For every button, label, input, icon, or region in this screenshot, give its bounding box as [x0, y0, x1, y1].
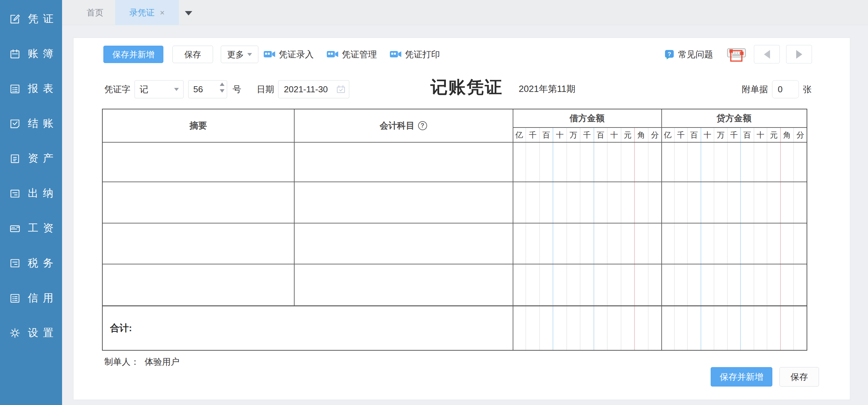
cashier-doc-icon: [9, 188, 21, 199]
date-label: 日期: [257, 84, 274, 95]
digit-header: 元: [767, 128, 780, 142]
voucher-header-form: 凭证字 记 号 日期: [104, 80, 349, 98]
voucher-manage-tutorial-link[interactable]: 凭证管理: [327, 49, 377, 60]
attachment-form: 附单据 张: [742, 80, 812, 98]
sidebar-item-label: 税务: [28, 256, 58, 270]
summary-cell[interactable]: [103, 143, 294, 182]
summary-cell[interactable]: [103, 264, 294, 305]
voucher-number-unit: 号: [232, 84, 241, 95]
sidebar-item-label: 工资: [28, 221, 58, 235]
entry-row-3: [103, 223, 807, 264]
debit-cell[interactable]: [513, 182, 661, 223]
digit-header: 百: [540, 128, 553, 142]
help-icon[interactable]: ?: [418, 121, 427, 130]
sidebar-item-tax[interactable]: 税务: [0, 246, 62, 281]
attachment-count-input[interactable]: [772, 80, 799, 98]
payroll-card-icon: [9, 223, 21, 234]
sidebar-item-settings[interactable]: 设置: [0, 315, 62, 350]
save-button[interactable]: 保存: [173, 45, 213, 63]
debit-cell[interactable]: [513, 264, 661, 305]
step-down-icon[interactable]: [220, 89, 224, 93]
tutorial-links: 凭证录入 凭证管理 凭证打印: [264, 45, 440, 63]
tab-home[interactable]: 首页: [78, 0, 112, 25]
summary-cell[interactable]: [103, 223, 294, 264]
debit-cell[interactable]: [513, 223, 661, 264]
voucher-word-select[interactable]: 记: [134, 80, 184, 98]
preparer-value: 体验用户: [145, 357, 180, 367]
sidebar-item-ledger[interactable]: 账簿: [0, 36, 62, 71]
digit-header: 亿: [661, 128, 674, 142]
sidebar-item-voucher[interactable]: 凭证: [0, 1, 62, 36]
sidebar-item-report[interactable]: 报表: [0, 71, 62, 106]
digit-header: 十: [608, 128, 620, 142]
voucher-print-tutorial-link[interactable]: 凭证打印: [390, 49, 440, 60]
account-cell[interactable]: [294, 223, 513, 264]
credit-group-header: 贷方金额: [661, 110, 807, 127]
asset-doc-icon: [9, 153, 21, 164]
previous-voucher-button[interactable]: [754, 45, 780, 63]
link-label: 凭证打印: [405, 49, 440, 60]
sidebar-item-payroll[interactable]: 工资: [0, 211, 62, 246]
faq-link[interactable]: ? 常见问题: [664, 45, 713, 63]
sidebar-item-label: 资产: [28, 151, 58, 165]
video-camera-icon: [264, 50, 276, 59]
more-button[interactable]: 更多: [221, 45, 258, 63]
chevron-down-icon: [247, 53, 252, 56]
digit-header: 万: [714, 128, 727, 142]
digit-header: 十: [553, 128, 566, 142]
report-list-icon: [9, 83, 21, 94]
save-and-new-button[interactable]: 保存并新增: [103, 45, 163, 63]
app-window: 凭证 账簿 报表 结账 资产 出纳 工资 税务: [0, 0, 868, 405]
credit-cell[interactable]: [661, 264, 807, 305]
digit-header: 百: [688, 128, 701, 142]
voucher-edit-icon: [9, 13, 21, 25]
digit-header: 角: [781, 128, 794, 142]
keyboard-shortcuts-icon[interactable]: [726, 45, 747, 63]
attachment-unit: 张: [803, 84, 812, 95]
row-divider: [103, 264, 807, 264]
voucher-word-label: 凭证字: [104, 84, 130, 95]
next-voucher-button[interactable]: [786, 45, 812, 63]
save-and-new-button-bottom[interactable]: 保存并新增: [711, 367, 772, 386]
column-divider: [513, 110, 513, 350]
summary-cell[interactable]: [103, 182, 294, 223]
save-button-bottom[interactable]: 保存: [779, 367, 819, 386]
number-stepper[interactable]: [220, 83, 224, 93]
tab-voucher-entry[interactable]: 录凭证 ×: [115, 0, 179, 25]
sidebar-item-cashier[interactable]: 出纳: [0, 176, 62, 211]
row-divider: [103, 142, 807, 143]
attachment-label: 附单据: [742, 84, 768, 95]
row-divider: [103, 182, 807, 182]
more-label: 更多: [227, 49, 244, 60]
credit-cell[interactable]: [661, 143, 807, 182]
voucher-period: 2021年第11期: [519, 83, 576, 95]
tab-list-chevron-down-icon[interactable]: [185, 11, 192, 15]
ledger-icon: [9, 48, 21, 59]
digit-header: 千: [581, 128, 593, 142]
debit-cell[interactable]: [513, 143, 661, 182]
row-divider: [513, 127, 807, 128]
sidebar-item-asset[interactable]: 资产: [0, 141, 62, 176]
tab-bar: 首页 录凭证 ×: [62, 0, 868, 25]
close-icon[interactable]: ×: [160, 9, 164, 17]
calendar-icon[interactable]: [336, 84, 346, 94]
preparer-line: 制单人：体验用户: [104, 356, 180, 368]
digit-header: 千: [526, 128, 539, 142]
credit-list-icon: [9, 292, 21, 304]
credit-cell[interactable]: [661, 223, 807, 264]
digit-header: 百: [741, 128, 753, 142]
account-cell[interactable]: [294, 182, 513, 223]
account-cell[interactable]: [294, 143, 513, 182]
gear-icon: [9, 328, 21, 339]
sidebar-item-credit[interactable]: 信用: [0, 281, 62, 315]
step-up-icon[interactable]: [220, 83, 224, 86]
sidebar-item-closing[interactable]: 结账: [0, 106, 62, 141]
account-cell[interactable]: [294, 264, 513, 305]
question-bubble-icon: ?: [664, 49, 675, 60]
entry-row-2: [103, 182, 807, 223]
digit-header: 亿: [513, 128, 525, 142]
credit-cell[interactable]: [661, 182, 807, 223]
svg-text:?: ?: [668, 51, 671, 57]
voucher-entry-tutorial-link[interactable]: 凭证录入: [264, 49, 314, 60]
column-divider: [661, 110, 662, 350]
